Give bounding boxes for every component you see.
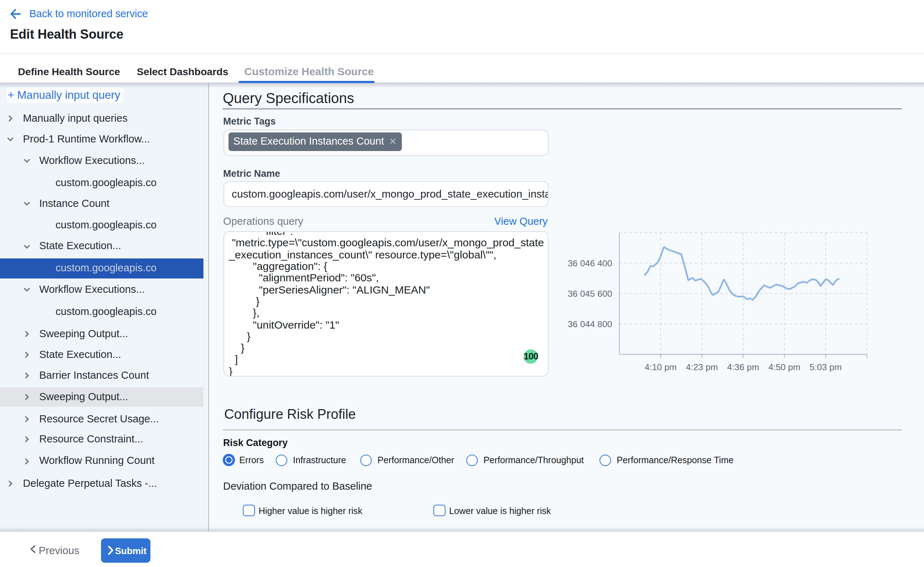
svg-text:36 044 800: 36 044 800 <box>568 319 612 329</box>
svg-text:5:03 pm: 5:03 pm <box>810 362 842 372</box>
svg-text:4:36 pm: 4:36 pm <box>727 362 759 372</box>
svg-text:4:10 pm: 4:10 pm <box>645 362 677 372</box>
svg-text:4:50 pm: 4:50 pm <box>768 362 801 372</box>
svg-text:4:23 pm: 4:23 pm <box>686 362 718 372</box>
svg-text:36 045 600: 36 045 600 <box>568 289 612 298</box>
svg-text:36 046 400: 36 046 400 <box>568 258 612 268</box>
